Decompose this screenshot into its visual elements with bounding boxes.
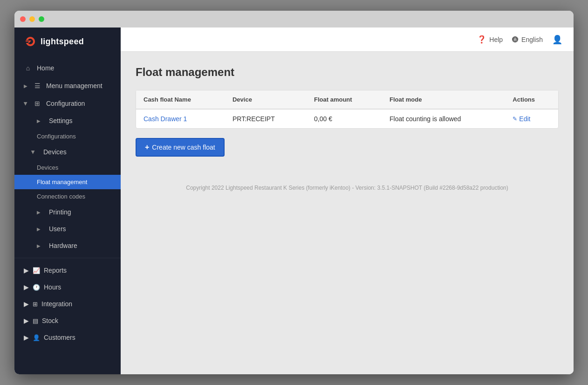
sidebar-item-customers[interactable]: ▶ 👤 Customers bbox=[14, 329, 121, 346]
chevron-icon: ▶ bbox=[37, 210, 41, 215]
reports-icon: 📈 bbox=[33, 267, 40, 274]
copyright-text: Copyright 2022 Lightspeed Restaurant K S… bbox=[186, 185, 508, 191]
edit-label: Edit bbox=[519, 115, 530, 123]
browser-window: lightspeed ⌂ Home ▶ ☰ Menu management ▶ … bbox=[14, 11, 574, 374]
sidebar-item-integration[interactable]: ▶ ⊞ Integration bbox=[14, 296, 121, 312]
chevron-icon: ▶ bbox=[24, 334, 29, 341]
language-selector[interactable]: 🅐 English bbox=[512, 36, 543, 43]
browser-close-dot[interactable] bbox=[20, 16, 26, 22]
table-header: Cash float Name Device Float amount Floa… bbox=[136, 90, 558, 109]
nav-divider bbox=[14, 258, 121, 258]
sidebar-item-home[interactable]: ⌂ Home bbox=[14, 59, 121, 77]
top-bar: ❓ Help 🅐 English 👤 bbox=[121, 28, 574, 52]
language-label: English bbox=[521, 36, 543, 43]
sidebar-item-float-management[interactable]: Float management bbox=[14, 175, 121, 189]
edit-link[interactable]: ✎ Edit bbox=[513, 115, 551, 123]
main-content: ❓ Help 🅐 English 👤 Float management bbox=[121, 28, 574, 374]
sidebar-item-configurations[interactable]: Configurations bbox=[14, 129, 121, 144]
float-management-table-container: Cash float Name Device Float amount Floa… bbox=[136, 90, 559, 129]
hardware-label: Hardware bbox=[49, 242, 77, 249]
sidebar: lightspeed ⌂ Home ▶ ☰ Menu management ▶ … bbox=[14, 28, 121, 374]
customers-icon: 👤 bbox=[33, 334, 40, 341]
column-header-float-mode: Float mode bbox=[382, 90, 505, 109]
language-icon: 🅐 bbox=[512, 36, 519, 43]
sidebar-nav: ⌂ Home ▶ ☰ Menu management ▶ ⊞ Configura… bbox=[14, 55, 121, 374]
user-icon: 👤 bbox=[552, 34, 562, 45]
home-icon: ⌂ bbox=[24, 64, 32, 72]
footer: Copyright 2022 Lightspeed Restaurant K S… bbox=[136, 175, 559, 191]
integration-icon: ⊞ bbox=[33, 301, 38, 308]
config-icon: ⊞ bbox=[33, 99, 41, 108]
users-label: Users bbox=[49, 225, 66, 233]
sidebar-item-devices-group[interactable]: ▶ Devices bbox=[14, 144, 121, 160]
configuration-label: Configuration bbox=[46, 100, 85, 107]
printing-label: Printing bbox=[49, 208, 71, 216]
menu-icon: ☰ bbox=[33, 82, 41, 90]
sidebar-item-stock[interactable]: ▶ ▤ Stock bbox=[14, 312, 121, 329]
sidebar-item-printing[interactable]: ▶ Printing bbox=[14, 204, 121, 220]
stock-label: Stock bbox=[42, 317, 58, 324]
float-management-table: Cash float Name Device Float amount Floa… bbox=[136, 90, 558, 128]
browser-minimize-dot[interactable] bbox=[29, 16, 35, 22]
float-management-label: Float management bbox=[37, 179, 87, 186]
user-menu-button[interactable]: 👤 bbox=[552, 34, 562, 45]
connection-codes-label: Connection codes bbox=[37, 193, 85, 200]
logo-text: lightspeed bbox=[41, 37, 84, 47]
lightspeed-logo-icon bbox=[24, 35, 37, 48]
sidebar-item-devices[interactable]: Devices bbox=[14, 160, 121, 175]
stock-icon: ▤ bbox=[33, 317, 38, 324]
content-area: Float management Cash float Name Device … bbox=[121, 52, 574, 374]
table-row: Cash Drawer 1 PRT:RECEIPT 0,00 € Float c… bbox=[136, 109, 558, 128]
integration-label: Integration bbox=[41, 300, 72, 308]
chevron-icon: ▶ bbox=[37, 227, 41, 232]
sidebar-item-configuration[interactable]: ▶ ⊞ Configuration bbox=[14, 95, 121, 112]
page-title: Float management bbox=[136, 66, 559, 79]
create-icon: + bbox=[145, 143, 149, 151]
edit-icon: ✎ bbox=[513, 116, 517, 122]
column-header-actions: Actions bbox=[505, 90, 558, 109]
cash-drawer-link[interactable]: Cash Drawer 1 bbox=[144, 115, 187, 123]
sidebar-item-reports[interactable]: ▶ 📈 Reports bbox=[14, 262, 121, 279]
cell-float-mode: Float counting is allowed bbox=[382, 109, 505, 128]
sidebar-item-settings[interactable]: ▶ Settings bbox=[14, 112, 121, 129]
home-label: Home bbox=[37, 64, 54, 72]
app-container: lightspeed ⌂ Home ▶ ☰ Menu management ▶ … bbox=[14, 28, 574, 374]
chevron-icon: ▶ bbox=[23, 102, 28, 105]
cell-cash-float-name: Cash Drawer 1 bbox=[136, 109, 225, 128]
devices-label: Devices bbox=[37, 164, 58, 171]
chevron-icon: ▶ bbox=[24, 283, 29, 291]
menu-management-label: Menu management bbox=[46, 82, 103, 89]
settings-label: Settings bbox=[49, 117, 73, 124]
sidebar-item-users[interactable]: ▶ Users bbox=[14, 220, 121, 237]
chevron-icon: ▶ bbox=[37, 118, 41, 124]
help-label: Help bbox=[489, 36, 503, 43]
table-body: Cash Drawer 1 PRT:RECEIPT 0,00 € Float c… bbox=[136, 109, 558, 128]
help-icon: ❓ bbox=[477, 35, 486, 44]
browser-chrome bbox=[14, 11, 574, 28]
column-header-name: Cash float Name bbox=[136, 90, 225, 109]
sidebar-item-connection-codes[interactable]: Connection codes bbox=[14, 189, 121, 204]
column-header-float-amount: Float amount bbox=[307, 90, 382, 109]
cell-float-amount: 0,00 € bbox=[307, 109, 382, 128]
customers-label: Customers bbox=[44, 334, 75, 341]
sidebar-item-hours[interactable]: ▶ 🕐 Hours bbox=[14, 279, 121, 296]
help-button[interactable]: ❓ Help bbox=[477, 35, 503, 44]
sidebar-item-hardware[interactable]: ▶ Hardware bbox=[14, 237, 121, 254]
chevron-icon: ▶ bbox=[24, 83, 27, 89]
cell-actions: ✎ Edit bbox=[505, 109, 558, 128]
sidebar-item-menu-management[interactable]: ▶ ☰ Menu management bbox=[14, 77, 121, 95]
column-header-device: Device bbox=[225, 90, 307, 109]
create-cash-float-button[interactable]: + Create new cash float bbox=[136, 138, 225, 157]
create-button-label: Create new cash float bbox=[152, 144, 215, 151]
chevron-icon: ▶ bbox=[37, 243, 41, 248]
browser-maximize-dot[interactable] bbox=[39, 16, 44, 22]
chevron-icon: ▶ bbox=[31, 150, 36, 154]
table-header-row: Cash float Name Device Float amount Floa… bbox=[136, 90, 558, 109]
chevron-icon: ▶ bbox=[24, 267, 29, 274]
chevron-icon: ▶ bbox=[24, 317, 29, 324]
hours-label: Hours bbox=[44, 283, 61, 291]
hours-icon: 🕐 bbox=[33, 284, 40, 291]
cell-device: PRT:RECEIPT bbox=[225, 109, 307, 128]
configurations-label: Configurations bbox=[37, 133, 76, 140]
reports-label: Reports bbox=[44, 267, 67, 274]
